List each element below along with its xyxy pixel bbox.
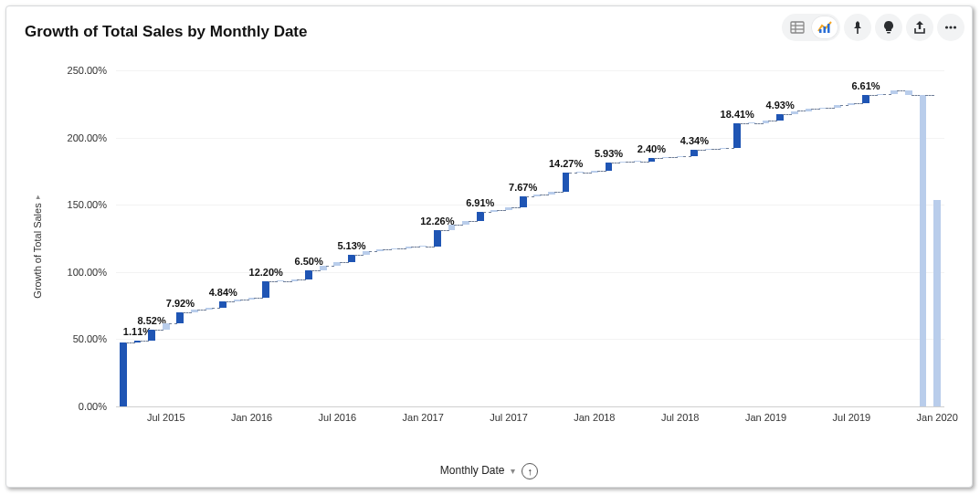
connector-line bbox=[925, 95, 934, 96]
connector-line bbox=[526, 196, 535, 197]
sort-ascending-icon[interactable]: ↑ bbox=[522, 463, 538, 479]
bulb-icon bbox=[881, 20, 896, 35]
waterfall-bar[interactable] bbox=[920, 95, 927, 406]
waterfall-bar[interactable] bbox=[520, 196, 527, 206]
svg-point-9 bbox=[945, 26, 948, 28]
table-view-button[interactable] bbox=[784, 16, 811, 39]
share-button[interactable] bbox=[906, 14, 933, 41]
x-tick-label: Jan 2016 bbox=[231, 406, 272, 423]
data-label: 6.91% bbox=[466, 197, 494, 208]
y-tick-label: 100.00% bbox=[68, 267, 116, 278]
connector-line bbox=[169, 323, 178, 324]
connector-line bbox=[597, 171, 606, 172]
svg-rect-5 bbox=[824, 26, 827, 33]
connector-line bbox=[140, 341, 149, 342]
svg-rect-0 bbox=[791, 22, 804, 33]
connector-line bbox=[469, 221, 478, 222]
waterfall-bar[interactable] bbox=[606, 163, 613, 171]
connector-line bbox=[297, 279, 306, 280]
connector-line bbox=[826, 108, 835, 109]
chevron-down-icon: ▾ bbox=[511, 466, 515, 476]
waterfall-bar[interactable] bbox=[262, 281, 269, 298]
connector-line bbox=[654, 158, 663, 159]
svg-point-11 bbox=[954, 26, 956, 28]
waterfall-bar[interactable] bbox=[176, 312, 184, 323]
connector-line bbox=[240, 300, 249, 300]
waterfall-bar[interactable] bbox=[733, 123, 741, 148]
x-tick-label: Jan 2017 bbox=[403, 406, 444, 423]
gridline bbox=[116, 70, 944, 71]
svg-rect-6 bbox=[827, 24, 830, 33]
data-label: 7.92% bbox=[166, 298, 195, 309]
connector-line bbox=[283, 281, 292, 282]
data-label: 7.67% bbox=[509, 182, 537, 193]
connector-line bbox=[611, 163, 620, 163]
connector-line bbox=[840, 105, 849, 106]
waterfall-bar[interactable] bbox=[862, 95, 869, 104]
connector-line bbox=[797, 111, 806, 111]
connector-line bbox=[383, 249, 392, 250]
connector-line bbox=[683, 156, 692, 157]
svg-rect-4 bbox=[819, 29, 822, 33]
more-button[interactable] bbox=[937, 14, 964, 41]
chart-view-button[interactable] bbox=[811, 16, 838, 39]
x-tick-label: Jul 2019 bbox=[833, 406, 871, 423]
connector-line bbox=[854, 103, 863, 104]
insight-button[interactable] bbox=[875, 14, 902, 41]
connector-line bbox=[269, 281, 278, 282]
connector-line bbox=[640, 162, 649, 163]
waterfall-bar[interactable] bbox=[219, 301, 227, 308]
connector-line bbox=[883, 94, 892, 95]
y-tick-label: 150.00% bbox=[68, 199, 116, 210]
connector-line bbox=[554, 192, 564, 193]
gridline bbox=[116, 138, 944, 139]
connector-line bbox=[711, 149, 721, 150]
connector-line bbox=[511, 207, 521, 208]
view-toggle bbox=[782, 14, 840, 41]
connector-line bbox=[783, 114, 792, 115]
connector-line bbox=[497, 210, 506, 211]
card-toolbar bbox=[782, 14, 964, 41]
data-label: 18.41% bbox=[721, 109, 754, 120]
chevron-right-icon: ▸ bbox=[33, 195, 42, 199]
waterfall-bar[interactable] bbox=[305, 270, 312, 279]
connector-line bbox=[583, 173, 592, 174]
chart-icon bbox=[817, 20, 832, 35]
waterfall-bar[interactable] bbox=[148, 330, 155, 342]
waterfall-bar[interactable] bbox=[477, 212, 484, 221]
svg-rect-8 bbox=[887, 32, 890, 34]
waterfall-bar[interactable] bbox=[163, 323, 170, 330]
waterfall-bar[interactable] bbox=[434, 230, 441, 247]
waterfall-bar[interactable] bbox=[933, 200, 941, 406]
svg-point-10 bbox=[949, 26, 952, 28]
data-label: 2.40% bbox=[638, 143, 666, 154]
data-label: 14.27% bbox=[549, 158, 583, 169]
connector-line bbox=[811, 109, 820, 110]
connector-line bbox=[569, 173, 578, 174]
x-tick-label: Jan 2020 bbox=[917, 406, 958, 423]
y-axis-title-text: Growth of Total Sales bbox=[32, 203, 43, 298]
waterfall-bar[interactable] bbox=[776, 114, 784, 121]
connector-line bbox=[183, 312, 192, 313]
y-tick-label: 250.00% bbox=[68, 65, 116, 76]
y-tick-label: 200.00% bbox=[68, 132, 116, 143]
share-icon bbox=[912, 20, 927, 35]
y-axis-title-wrap: Growth of Total Sales ▸ bbox=[25, 61, 52, 432]
connector-line bbox=[197, 310, 206, 311]
card-title: Growth of Total Sales by Monthly Date bbox=[25, 23, 308, 41]
y-axis-title[interactable]: Growth of Total Sales ▸ bbox=[32, 195, 43, 298]
x-tick-label: Jan 2019 bbox=[745, 406, 786, 423]
connector-line bbox=[454, 225, 463, 226]
gridline bbox=[116, 205, 944, 205]
card-header: Growth of Total Sales by Monthly Date bbox=[6, 6, 972, 58]
data-label: 4.93% bbox=[766, 100, 795, 111]
pin-button[interactable] bbox=[844, 14, 871, 41]
table-icon bbox=[790, 20, 805, 35]
waterfall-bar[interactable] bbox=[348, 255, 355, 262]
x-tick-label: Jan 2018 bbox=[574, 406, 615, 423]
waterfall-bar[interactable] bbox=[563, 173, 570, 192]
waterfall-bar[interactable] bbox=[120, 342, 127, 406]
chart-plot: Growth of Total Sales ▸ 0.00%50.00%100.0… bbox=[25, 61, 954, 432]
plot-inner: 0.00%50.00%100.00%150.00%200.00%250.00%J… bbox=[116, 70, 944, 406]
x-axis-title[interactable]: Monthly Date ▾ ↑ bbox=[6, 463, 972, 479]
